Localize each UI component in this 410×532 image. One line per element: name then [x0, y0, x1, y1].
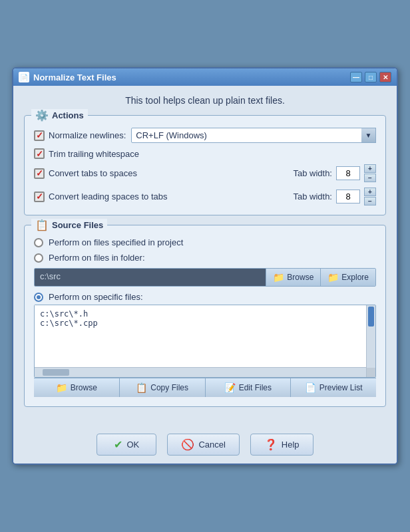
scroll-corner	[366, 368, 375, 377]
title-bar: 📄 Normalize Text Files — □ ✕	[13, 68, 397, 86]
actions-icon: ⚙️	[35, 109, 49, 122]
browse-folder-icon: 📁	[273, 272, 284, 283]
spaces-decrement-button[interactable]: −	[364, 197, 376, 205]
file-action-buttons: 📁 Browse 📋 Copy Files 📝 Edit Files 📄 Pre…	[34, 378, 376, 397]
window-body: This tool helps clean up plain text file…	[13, 86, 397, 426]
close-button[interactable]: ✕	[379, 72, 391, 82]
actions-group: ⚙️ Actions ✓ Normalize newlines: CR+LF (…	[24, 115, 386, 215]
folder-radio[interactable]	[34, 253, 43, 263]
convert-tabs-checkbox[interactable]: ✓	[34, 168, 45, 179]
vertical-scrollbar[interactable]	[366, 305, 375, 368]
tabs-spin-buttons: + −	[364, 164, 376, 182]
convert-spaces-row: ✓ Convert leading spaces to tabs Tab wid…	[34, 188, 376, 205]
convert-tabs-width-container: Tab width: + −	[293, 164, 376, 182]
explore-folder-icon: 📁	[327, 272, 339, 283]
preview-list-label: Preview List	[319, 383, 363, 392]
source-files-group-label: 📋 Source Files	[31, 219, 107, 231]
cancel-icon: 🚫	[181, 438, 194, 451]
source-files-icon: 📋	[35, 219, 49, 231]
minimize-button[interactable]: —	[350, 72, 362, 82]
newlines-dropdown[interactable]: CR+LF (Windows) LF (Unix) CR (Mac)	[131, 128, 376, 143]
edit-files-button[interactable]: 📝 Edit Files	[206, 378, 292, 397]
tabs-width-label: Tab width:	[293, 168, 332, 178]
convert-spaces-checkbox[interactable]: ✓	[34, 192, 45, 202]
browse-files-label: Browse	[71, 383, 97, 392]
files-textarea[interactable]: c:\src\*.h c:\src\*.cpp	[35, 305, 366, 365]
ok-label: OK	[126, 440, 139, 450]
ok-button[interactable]: ✔ OK	[97, 434, 156, 456]
preview-list-icon: 📄	[305, 382, 316, 393]
cancel-label: Cancel	[198, 440, 225, 450]
preview-list-button[interactable]: 📄 Preview List	[291, 378, 376, 397]
horizontal-scrollbar[interactable]	[35, 368, 366, 377]
spaces-width-label: Tab width:	[293, 192, 332, 201]
folder-path-bar: c:\src 📁 Browse 📁 Explore	[34, 268, 376, 287]
main-footer: ✔ OK 🚫 Cancel ❓ Help	[13, 426, 397, 464]
convert-spaces-label: Convert leading spaces to tabs	[49, 192, 168, 201]
explore-folder-label: Explore	[341, 273, 369, 282]
help-button[interactable]: ❓ Help	[250, 434, 313, 456]
main-window: 📄 Normalize Text Files — □ ✕ This tool h…	[12, 67, 398, 465]
folder-radio-row: Perform on files in folder:	[34, 253, 376, 263]
browse-folder-button[interactable]: 📁 Browse	[266, 269, 320, 286]
spaces-spin-buttons: + −	[364, 188, 376, 205]
trim-checkbox[interactable]: ✓	[34, 148, 45, 159]
convert-spaces-checkbox-container[interactable]: ✓ Convert leading spaces to tabs	[34, 192, 168, 202]
trim-label: Trim trailing whitespace	[49, 149, 139, 159]
normalize-checkbox[interactable]: ✓	[34, 130, 45, 141]
explore-folder-button[interactable]: 📁 Explore	[320, 269, 375, 286]
window-icon: 📄	[19, 72, 29, 82]
convert-spaces-width-container: Tab width: + −	[293, 188, 376, 205]
project-label: Perform on files specified in project	[49, 237, 183, 247]
subtitle-text: This tool helps clean up plain text file…	[24, 95, 386, 106]
folder-label: Perform on files in folder:	[49, 253, 145, 263]
edit-files-icon: 📝	[224, 382, 236, 393]
help-label: Help	[282, 440, 300, 450]
specific-radio[interactable]	[34, 293, 43, 302]
tabs-increment-button[interactable]: +	[364, 164, 376, 173]
copy-files-button[interactable]: 📋 Copy Files	[120, 378, 206, 397]
normalize-label: Normalize newlines:	[49, 130, 126, 140]
trim-whitespace-row: ✓ Trim trailing whitespace	[34, 148, 376, 159]
trim-checkbox-container[interactable]: ✓ Trim trailing whitespace	[34, 148, 139, 159]
convert-tabs-checkbox-container[interactable]: ✓ Convert tabs to spaces	[34, 168, 137, 179]
specific-label: Perform on specific files:	[49, 292, 143, 302]
scrollbar-thumb	[368, 307, 374, 327]
ok-icon: ✔	[114, 438, 122, 451]
actions-group-label: ⚙️ Actions	[31, 109, 88, 122]
help-icon: ❓	[264, 438, 278, 451]
newlines-dropdown-container: CR+LF (Windows) LF (Unix) CR (Mac) ▼	[131, 128, 376, 143]
spaces-width-input[interactable]	[336, 190, 360, 203]
maximize-button[interactable]: □	[365, 72, 377, 82]
project-radio[interactable]	[34, 238, 43, 247]
horizontal-scrollbar-thumb	[43, 369, 69, 376]
convert-tabs-row: ✓ Convert tabs to spaces Tab width: + −	[34, 164, 376, 182]
edit-files-label: Edit Files	[239, 383, 272, 392]
folder-path-text: c:\src	[35, 269, 266, 286]
source-files-group: 📋 Source Files Perform on files specifie…	[24, 225, 386, 407]
convert-tabs-label: Convert tabs to spaces	[49, 168, 137, 178]
copy-files-label: Copy Files	[150, 383, 188, 392]
copy-files-icon: 📋	[136, 382, 147, 393]
normalize-newlines-row: ✓ Normalize newlines: CR+LF (Windows) LF…	[34, 128, 376, 143]
browse-folder-label: Browse	[287, 273, 313, 282]
files-textarea-container: c:\src\*.h c:\src\*.cpp	[34, 305, 376, 378]
browse-files-icon: 📁	[56, 382, 67, 393]
browse-files-button[interactable]: 📁 Browse	[34, 378, 120, 397]
window-title: Normalize Text Files	[33, 72, 116, 82]
spaces-increment-button[interactable]: +	[364, 188, 376, 196]
normalize-checkbox-container[interactable]: ✓ Normalize newlines:	[34, 130, 126, 141]
tabs-decrement-button[interactable]: −	[364, 174, 376, 182]
cancel-button[interactable]: 🚫 Cancel	[167, 434, 239, 456]
project-radio-row: Perform on files specified in project	[34, 237, 376, 247]
tabs-width-input[interactable]	[336, 166, 360, 180]
specific-radio-row: Perform on specific files:	[34, 292, 376, 302]
horizontal-scrollbar-container	[35, 367, 375, 377]
